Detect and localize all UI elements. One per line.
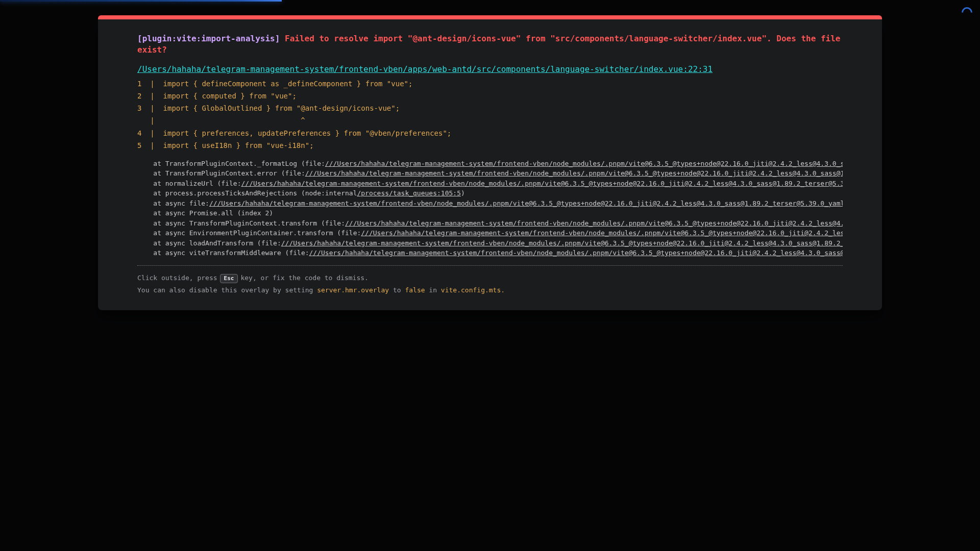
- stack-file-link[interactable]: ///Users/hahaha/telegram-management-syst…: [361, 229, 843, 237]
- tip-line-1: Click outside, pressEsckey, or fix the c…: [137, 272, 843, 284]
- tip-text: Click outside, press: [137, 274, 217, 282]
- stack-line: at async Promise.all (index 2): [137, 208, 843, 218]
- esc-key-badge: Esc: [220, 274, 238, 283]
- stack-line: at async TransformPluginContext.transfor…: [137, 218, 843, 229]
- stack-file-link[interactable]: ///Users/hahaha/telegram-management-syst…: [325, 160, 843, 167]
- plugin-tag: [plugin:vite:import-analysis]: [137, 34, 280, 43]
- stack-line: at TransformPluginContext.error (file://…: [137, 168, 843, 179]
- tip-text: key, or fix the code to dismiss.: [240, 274, 368, 282]
- error-overlay-backdrop[interactable]: [plugin:vite:import-analysis] Failed to …: [0, 0, 980, 551]
- file-link[interactable]: /Users/hahaha/telegram-management-system…: [137, 64, 713, 74]
- stack-text: at async EnvironmentPluginContainer.tran…: [137, 229, 361, 237]
- stack-line: at async EnvironmentPluginContainer.tran…: [137, 228, 843, 238]
- stack-text: at normalizeUrl (file:: [137, 180, 241, 187]
- tip-text: to: [389, 286, 405, 294]
- stack-text: at TransformPluginContext.error (file:: [137, 169, 305, 177]
- stack-trace: at TransformPluginContext._formatLog (fi…: [137, 159, 843, 258]
- config-option-value: false: [405, 286, 425, 294]
- stack-line: at async file:///Users/hahaha/telegram-m…: [137, 198, 843, 209]
- stack-file-link[interactable]: ///Users/hahaha/telegram-management-syst…: [305, 169, 843, 177]
- stack-line: at async loadAndTransform (file:///Users…: [137, 238, 843, 248]
- error-overlay-window: [plugin:vite:import-analysis] Failed to …: [98, 15, 882, 310]
- stack-text: at async TransformPluginContext.transfor…: [137, 219, 345, 227]
- stack-text: ): [461, 189, 465, 197]
- stack-line: at normalizeUrl (file:///Users/hahaha/te…: [137, 179, 843, 189]
- stack-line: at process.processTicksAndRejections (no…: [137, 188, 843, 198]
- stack-text: at process.processTicksAndRejections (no…: [137, 189, 357, 197]
- code-frame: 1 | import { defineComponent as _defineC…: [137, 78, 843, 151]
- tip-text: You can also disable this overlay by set…: [137, 286, 317, 294]
- stack-line: at TransformPluginContext._formatLog (fi…: [137, 159, 843, 169]
- tip-text: in: [425, 286, 441, 294]
- config-file-name: vite.config.mts.: [441, 286, 505, 294]
- error-message: [plugin:vite:import-analysis] Failed to …: [137, 33, 843, 55]
- stack-line: at async viteTransformMiddleware (file:/…: [137, 248, 843, 258]
- stack-file-link[interactable]: ///Users/hahaha/telegram-management-syst…: [241, 180, 843, 187]
- tip-line-2: You can also disable this overlay by set…: [137, 284, 843, 296]
- stack-text: at TransformPluginContext._formatLog (fi…: [137, 160, 325, 167]
- stack-text: at async Promise.all (index 2): [137, 209, 273, 217]
- progress-bar: [0, 0, 282, 2]
- stack-text: at async loadAndTransform (file:: [137, 239, 281, 247]
- dismiss-tip: Click outside, pressEsckey, or fix the c…: [137, 265, 843, 296]
- stack-text: at async file:: [137, 199, 209, 207]
- stack-file-link[interactable]: /process/task_queues:105:5: [357, 189, 461, 197]
- config-option-name: server.hmr.overlay: [317, 286, 389, 294]
- stack-file-link[interactable]: ///Users/hahaha/telegram-management-syst…: [281, 239, 843, 247]
- file-location: /Users/hahaha/telegram-management-system…: [137, 63, 843, 76]
- stack-file-link[interactable]: ///Users/hahaha/telegram-management-syst…: [309, 249, 843, 257]
- stack-text: at async viteTransformMiddleware (file:: [137, 249, 309, 257]
- stack-file-link[interactable]: ///Users/hahaha/telegram-management-syst…: [209, 199, 843, 207]
- stack-file-link[interactable]: ///Users/hahaha/telegram-management-syst…: [345, 219, 843, 227]
